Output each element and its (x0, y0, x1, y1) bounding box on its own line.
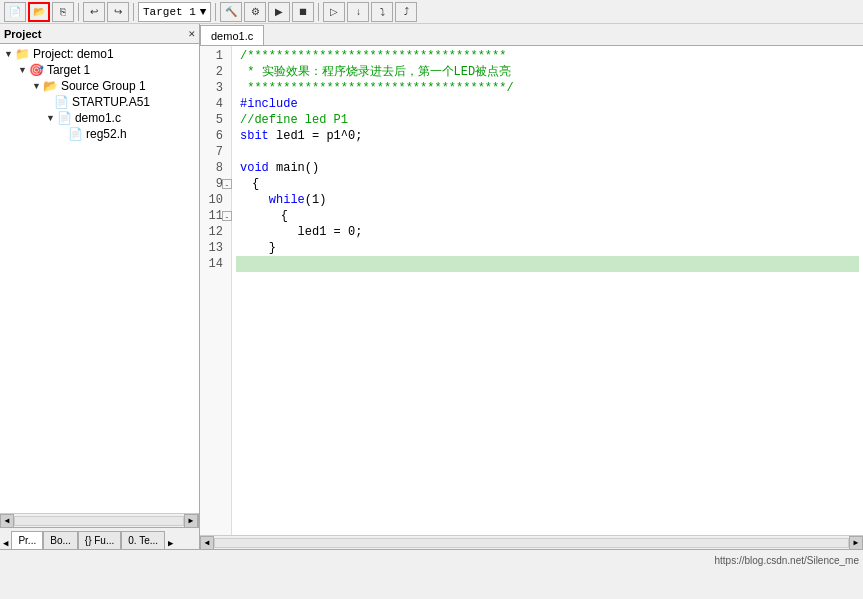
left-tab-2[interactable]: {} Fu... (78, 531, 121, 549)
code-line-12[interactable]: led1 = 0; (236, 224, 859, 240)
line-num-10: 10 (204, 192, 227, 208)
step3-btn[interactable]: ⤴ (395, 2, 417, 22)
scroll-left-btn[interactable]: ◀ (0, 514, 14, 528)
new-btn[interactable]: 📄 (4, 2, 26, 22)
code-line-10[interactable]: while(1) (236, 192, 859, 208)
left-tab-0[interactable]: Pr... (11, 531, 43, 549)
editor-tab-bar: demo1.c (200, 24, 863, 46)
step2-btn[interactable]: ⤵ (371, 2, 393, 22)
sep4 (318, 3, 319, 21)
build-btn[interactable]: 🔨 (220, 2, 242, 22)
code-line-11[interactable]: - { (236, 208, 859, 224)
target-dropdown[interactable]: Target 1 ▼ (138, 2, 211, 22)
code-text-9: { (252, 176, 259, 192)
code-line-5[interactable]: //define led P1 (236, 112, 859, 128)
line-num-13: 13 (204, 240, 227, 256)
code-line-13[interactable]: } (236, 240, 859, 256)
main-layout: Project ✕ ▼📁Project: demo1▼🎯Target 1▼📂So… (0, 24, 863, 549)
code-line-14[interactable] (236, 256, 859, 272)
code-line-8[interactable]: void main() (236, 160, 859, 176)
scroll-track2[interactable] (214, 538, 849, 548)
expand-btn[interactable]: ▼ (46, 113, 55, 123)
undo-btn[interactable]: ↩ (83, 2, 105, 22)
tree-label: Target 1 (47, 63, 90, 77)
editor-content[interactable]: 1234567891011121314 /*******************… (200, 46, 863, 535)
dropdown-arrow: ▼ (200, 6, 207, 18)
toolbar-row1: 📄 📂 ⎘ ↩ ↪ Target 1 ▼ 🔨 ⚙ ▶ ⏹ ▷ ↓ ⤵ ⤴ (0, 0, 863, 24)
panel-header: Project ✕ (0, 24, 199, 44)
line-num-7: 7 (204, 144, 227, 160)
stop-btn[interactable]: ⏹ (292, 2, 314, 22)
tree-icon: 🎯 (29, 63, 44, 77)
fold-btn-11[interactable]: - (222, 211, 232, 221)
code-line-6[interactable]: sbit led1 = p1^0; (236, 128, 859, 144)
tree-label: STARTUP.A51 (72, 95, 150, 109)
code-text-6: sbit led1 = p1^0; (240, 128, 362, 144)
rebuild-btn[interactable]: ⚙ (244, 2, 266, 22)
tree-icon: 📄 (68, 127, 83, 141)
sep1 (78, 3, 79, 21)
line-num-14: 14 (204, 256, 227, 272)
tree-item-demo1c[interactable]: ▼📄demo1.c (0, 110, 199, 126)
tree-icon: 📂 (43, 79, 58, 93)
line-num-4: 4 (204, 96, 227, 112)
tree-icon: 📁 (15, 47, 30, 61)
code-line-2[interactable]: * 实验效果：程序烧录进去后，第一个LED被点亮 (236, 64, 859, 80)
code-text-5: //define led P1 (240, 112, 348, 128)
debug-btn[interactable]: ▶ (268, 2, 290, 22)
tab-right-arrow[interactable]: ▶ (167, 538, 174, 549)
sep2 (133, 3, 134, 21)
project-tree: ▼📁Project: demo1▼🎯Target 1▼📂Source Group… (0, 44, 199, 513)
status-url: https://blog.csdn.net/Silence_me (714, 555, 859, 566)
code-content[interactable]: /************************************ * … (232, 46, 863, 535)
tree-label: Source Group 1 (61, 79, 146, 93)
code-text-12: led1 = 0; (240, 224, 362, 240)
copy-btn[interactable]: ⎘ (52, 2, 74, 22)
tree-label: reg52.h (86, 127, 127, 141)
panel-close-btn[interactable]: ✕ (188, 27, 195, 40)
tree-item-sourcegroup[interactable]: ▼📂Source Group 1 (0, 78, 199, 94)
tree-item-startup[interactable]: 📄STARTUP.A51 (0, 94, 199, 110)
redo-btn[interactable]: ↪ (107, 2, 129, 22)
left-tab-3[interactable]: 0. Te... (121, 531, 165, 549)
run-btn[interactable]: ▷ (323, 2, 345, 22)
bottom-scrollbar: ◀ ▶ (200, 535, 863, 549)
tab-scroll-right[interactable]: ▶ (165, 538, 176, 549)
tree-icon: 📄 (57, 111, 72, 125)
scroll-left2-btn[interactable]: ◀ (200, 536, 214, 550)
code-line-4[interactable]: #include (236, 96, 859, 112)
scroll-right-btn[interactable]: ▶ (184, 514, 198, 528)
open-btn[interactable]: 📂 (28, 2, 50, 22)
left-panel: Project ✕ ▼📁Project: demo1▼🎯Target 1▼📂So… (0, 24, 200, 549)
scroll-right2-btn[interactable]: ▶ (849, 536, 863, 550)
expand-btn[interactable]: ▼ (18, 65, 27, 75)
expand-btn[interactable]: ▼ (4, 49, 13, 59)
expand-btn[interactable]: ▼ (32, 81, 41, 91)
code-line-9[interactable]: -{ (236, 176, 859, 192)
code-text-1: /************************************ (240, 48, 506, 64)
code-text-11: { (252, 208, 288, 224)
step-btn[interactable]: ↓ (347, 2, 369, 22)
scroll-track[interactable] (14, 516, 184, 526)
code-line-1[interactable]: /************************************ (236, 48, 859, 64)
tree-item-target1[interactable]: ▼🎯Target 1 (0, 62, 199, 78)
target-label: Target 1 (143, 6, 196, 18)
status-bar: https://blog.csdn.net/Silence_me (0, 549, 863, 571)
left-tab-1[interactable]: Bo... (43, 531, 78, 549)
tree-item-reg52h[interactable]: 📄reg52.h (0, 126, 199, 142)
panel-title: Project (4, 28, 41, 40)
line-num-2: 2 (204, 64, 227, 80)
fold-btn-9[interactable]: - (222, 179, 232, 189)
tab-scroll-left[interactable]: ◀ (0, 538, 11, 549)
editor-area: demo1.c 1234567891011121314 /***********… (200, 24, 863, 549)
code-line-3[interactable]: ************************************/ (236, 80, 859, 96)
code-text-2: * 实验效果：程序烧录进去后，第一个LED被点亮 (240, 64, 511, 80)
editor-tab-demo1c[interactable]: demo1.c (200, 25, 264, 45)
left-bottom-scrollbar: ◀ ▶ (0, 513, 199, 527)
code-line-7[interactable] (236, 144, 859, 160)
tree-item-project[interactable]: ▼📁Project: demo1 (0, 46, 199, 62)
line-num-6: 6 (204, 128, 227, 144)
code-text-3: ************************************/ (240, 80, 514, 96)
tab-left-arrow[interactable]: ◀ (2, 538, 9, 549)
tree-label: demo1.c (75, 111, 121, 125)
